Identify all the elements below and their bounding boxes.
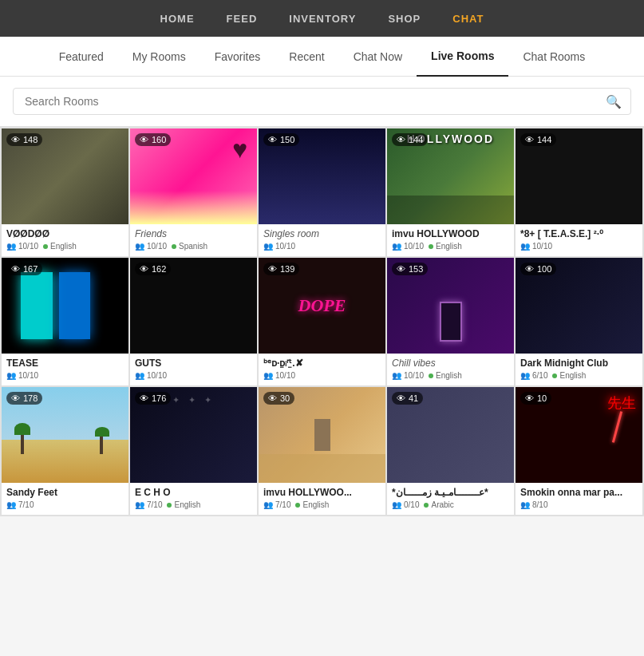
viewer-count: 162 (152, 264, 166, 274)
room-name: Chill vibes (392, 358, 509, 369)
room-info: *عـــــــامـيـة زمـــــان* 👥 0/10 Arabic (387, 483, 514, 515)
capacity-icon: 👥 (135, 500, 144, 509)
room-card[interactable]: 👁 100 Dark Midnight Club 👥 6/10 English (516, 258, 642, 385)
room-meta: 👥 10/10 English (392, 242, 509, 251)
room-lang: English (43, 242, 77, 251)
nav-home[interactable]: HOME (160, 13, 195, 25)
room-card[interactable]: HOLLYWOOD 👁 144 imvu HOLLYWOOD 👥 10/10 E… (387, 128, 514, 256)
capacity-icon: 👥 (392, 500, 401, 509)
room-thumbnail: 👁 144 (516, 128, 642, 224)
room-info: E C H O 👥 7/10 English (130, 483, 257, 515)
room-thumbnail: 👁 30 (259, 387, 385, 483)
subnav-featured[interactable]: Featured (45, 37, 118, 77)
subnav-recent[interactable]: Recent (275, 37, 338, 77)
room-thumbnail: 👁 148 (2, 128, 128, 224)
subnav-chat-rooms[interactable]: Chat Rooms (508, 37, 599, 77)
room-card[interactable]: 👁 150 Singles room 👥 10/10 (259, 128, 385, 256)
search-bar: 🔍 (0, 77, 644, 127)
room-card[interactable]: 👁 153 Chill vibes 👥 10/10 English (387, 258, 514, 385)
room-meta: 👥 10/10 (263, 242, 381, 251)
room-name: imvu HOLLYWOOD (392, 228, 509, 239)
subnav-my-rooms[interactable]: My Rooms (118, 37, 200, 77)
viewer-badge: 👁 100 (520, 263, 556, 275)
viewer-badge: 👁 10 (520, 392, 551, 405)
room-name: Smokin onna mar pa... (520, 487, 638, 498)
room-thumbnail: 👁 150 (259, 128, 385, 224)
room-capacity: 👥 10/10 (392, 371, 424, 380)
room-info: Singles room 👥 10/10 (259, 224, 385, 256)
room-name: Singles room (263, 228, 381, 239)
room-meta: 👥 7/10 English (263, 500, 381, 509)
eye-icon: 👁 (140, 135, 148, 144)
capacity-icon: 👥 (520, 500, 530, 509)
search-icon: 🔍 (606, 94, 622, 109)
room-card[interactable]: ✦ ✦ ✦ 👁 176 E C H O 👥 7/10 English (130, 387, 257, 515)
room-meta: 👥 10/10 (6, 371, 124, 380)
room-info: *8+ [ T.E.A.S.E.] ²·⁰ 👥 10/10 (516, 224, 642, 256)
room-thumbnail: 👁 167 (2, 258, 128, 354)
room-capacity: 👥 10/10 (135, 242, 167, 251)
viewer-count: 41 (409, 393, 418, 403)
viewer-count: 139 (280, 264, 294, 274)
room-card[interactable]: 👁 144 *8+ [ T.E.A.S.E.] ²·⁰ 👥 10/10 (516, 128, 642, 256)
room-info: Sandy Feet 👥 7/10 (2, 483, 128, 515)
room-name: imvu HOLLYWOO... (263, 487, 381, 498)
room-capacity: 👥 10/10 (6, 242, 38, 251)
eye-icon: 👁 (11, 264, 20, 274)
room-card[interactable]: 👁 178 Sandy Feet 👥 7/10 (2, 387, 128, 515)
eye-icon: 👁 (11, 135, 20, 144)
nav-inventory[interactable]: INVENTORY (289, 13, 356, 25)
room-thumbnail: 👁 178 (2, 387, 128, 483)
room-card[interactable]: 先生 👁 10 Smokin onna mar pa... 👥 8/10 (516, 387, 642, 515)
room-name: Dark Midnight Club (520, 358, 638, 369)
capacity-icon: 👥 (135, 371, 144, 380)
capacity-icon: 👥 (6, 371, 16, 380)
room-meta: 👥 10/10 English (392, 371, 509, 380)
room-capacity: 👥 8/10 (520, 500, 547, 509)
room-card[interactable]: 👁 148 VØØDØØ 👥 10/10 English (2, 128, 128, 256)
room-card[interactable]: 👁 30 imvu HOLLYWOO... 👥 7/10 English (259, 387, 385, 515)
viewer-badge: 👁 144 (520, 133, 556, 146)
viewer-badge: 👁 162 (135, 263, 171, 275)
search-input[interactable] (13, 88, 631, 115)
viewer-badge: 👁 148 (6, 133, 42, 146)
eye-icon: 👁 (268, 135, 277, 144)
capacity-icon: 👥 (520, 371, 530, 380)
subnav-chat-now[interactable]: Chat Now (339, 37, 417, 77)
capacity-icon: 👥 (135, 242, 144, 251)
room-card[interactable]: 👁 162 GUTS 👥 10/10 (130, 258, 257, 385)
room-capacity: 👥 10/10 (263, 371, 295, 380)
room-meta: 👥 10/10 English (6, 242, 124, 251)
room-card[interactable]: ♥ 👁 160 Friends 👥 10/10 Spanish (130, 128, 257, 256)
room-thumbnail: ♥ 👁 160 (130, 128, 257, 224)
room-lang: English (429, 242, 462, 251)
viewer-count: 176 (152, 393, 166, 403)
viewer-badge: 👁 153 (392, 263, 428, 275)
viewer-count: 10 (537, 393, 547, 403)
room-name: GUTS (135, 358, 252, 369)
nav-feed[interactable]: FEED (227, 13, 258, 25)
room-card[interactable]: 👁 41 *عـــــــامـيـة زمـــــان* 👥 0/10 A… (387, 387, 514, 515)
viewer-badge: 👁 176 (135, 392, 171, 405)
eye-icon: 👁 (140, 393, 148, 403)
viewer-badge: 👁 30 (263, 392, 294, 405)
subnav-favorites[interactable]: Favorites (200, 37, 275, 77)
room-info: Friends 👥 10/10 Spanish (130, 224, 257, 256)
viewer-badge: 👁 167 (6, 263, 42, 275)
room-capacity: 👥 0/10 (392, 500, 419, 509)
room-thumbnail: HOLLYWOOD 👁 144 (387, 128, 514, 224)
room-lang: English (552, 371, 586, 380)
room-card[interactable]: DOPE 👁 139 ᵇᵉᴅ·ᴅ̤ᵢʳᵗ̤.✘ 👥 10/10 (259, 258, 385, 385)
nav-chat[interactable]: CHAT (452, 13, 484, 25)
viewer-count: 30 (280, 393, 290, 403)
capacity-icon: 👥 (263, 500, 273, 509)
room-thumbnail: 👁 41 (387, 387, 514, 483)
nav-shop[interactable]: SHOP (388, 13, 421, 25)
capacity-icon: 👥 (6, 500, 16, 509)
subnav-live-rooms[interactable]: Live Rooms (417, 37, 508, 77)
room-name: E C H O (135, 487, 252, 498)
room-card[interactable]: 👁 167 TEASE 👥 10/10 (2, 258, 128, 385)
room-thumbnail: ✦ ✦ ✦ 👁 176 (130, 387, 257, 483)
room-thumbnail: DOPE 👁 139 (259, 258, 385, 354)
capacity-icon: 👥 (520, 242, 530, 251)
